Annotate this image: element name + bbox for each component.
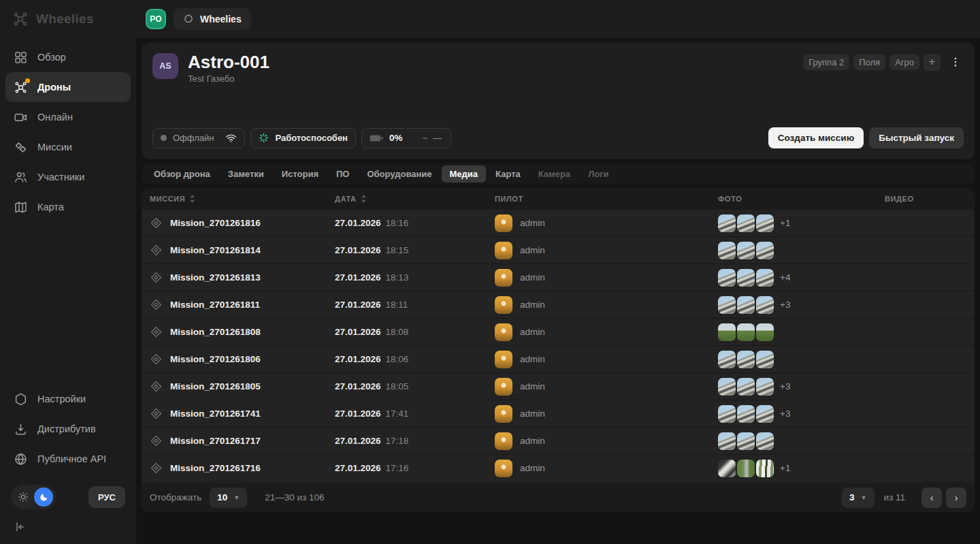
more-options-button[interactable]: ⋮: [947, 53, 964, 71]
tab-equipment[interactable]: Оборудование: [359, 165, 440, 182]
photo-thumbnail[interactable]: [737, 432, 755, 450]
photo-thumbnails: [718, 296, 774, 314]
photo-thumbnail[interactable]: [737, 378, 755, 396]
mission-name: Mission_2701261808: [170, 327, 261, 337]
mission-date: 27.01.2026: [335, 463, 381, 473]
connection-status-chip: Оффлайн: [152, 128, 245, 148]
table-row[interactable]: Mission_2701261814 27.01.2026 18:15 admi…: [142, 237, 975, 264]
table-row[interactable]: Mission_2701261716 27.01.2026 17:16 admi…: [142, 455, 975, 482]
pilot-name: admin: [520, 381, 545, 391]
sidebar-item-label: Онлайн: [37, 112, 73, 123]
photo-thumbnail[interactable]: [737, 269, 755, 287]
language-button[interactable]: РУС: [88, 486, 125, 508]
table-row[interactable]: Mission_2701261805 27.01.2026 18:05 admi…: [142, 373, 975, 400]
photo-thumbnail[interactable]: [718, 460, 736, 477]
page-size-select[interactable]: 10 ▼: [210, 487, 247, 508]
tab-camera[interactable]: Камера: [530, 165, 578, 182]
photo-thumbnail[interactable]: [737, 323, 755, 341]
tab-drone-overview[interactable]: Обзор дрона: [146, 165, 218, 182]
photo-thumbnail[interactable]: [737, 351, 755, 368]
org-avatar-badge[interactable]: PO: [146, 9, 166, 29]
photo-thumbnail[interactable]: [737, 214, 755, 232]
org-icon: [183, 14, 194, 25]
photo-thumbnail[interactable]: [756, 269, 774, 287]
mission-name: Mission_2701261816: [170, 218, 261, 228]
quick-launch-button[interactable]: Быстрый запуск: [869, 127, 964, 148]
table-row[interactable]: Mission_2701261811 27.01.2026 18:11 admi…: [142, 291, 975, 319]
photo-thumbnail[interactable]: [756, 296, 774, 314]
photo-thumbnail[interactable]: [718, 323, 736, 341]
sidebar-item-distributive[interactable]: Дистрибутив: [5, 414, 131, 444]
sidebar-item-online[interactable]: Онлайн: [5, 102, 131, 132]
column-pilot: ПИЛОТ: [495, 195, 523, 203]
table-row[interactable]: Mission_2701261806 27.01.2026 18:06 admi…: [142, 346, 975, 373]
sidebar-item-missions[interactable]: Миссии: [5, 132, 131, 162]
page-number-select[interactable]: 3 ▼: [842, 487, 874, 508]
sidebar-item-settings[interactable]: Настройки: [5, 384, 131, 414]
drone-icon: [13, 80, 28, 95]
tab-software[interactable]: ПО: [328, 165, 357, 182]
photo-thumbnail[interactable]: [756, 323, 774, 341]
photo-thumbnail[interactable]: [718, 351, 736, 368]
photo-thumbnail[interactable]: [737, 405, 755, 423]
tab-notes[interactable]: Заметки: [220, 165, 272, 182]
photo-thumbnail[interactable]: [756, 242, 774, 259]
photo-thumbnail[interactable]: [756, 214, 774, 232]
sidebar-item-overview[interactable]: Обзор: [5, 42, 131, 72]
add-tag-button[interactable]: +: [924, 54, 941, 71]
sidebar-item-public-api[interactable]: Публичное API: [5, 444, 131, 474]
sort-icon[interactable]: [361, 195, 367, 203]
photo-thumbnails: [718, 214, 774, 232]
mission-name: Mission_2701261805: [170, 381, 261, 391]
table-footer: Отображать 10 ▼ 21—30 из 106 3 ▼ из 11 ‹…: [142, 482, 975, 512]
mission-time: 18:16: [386, 218, 409, 228]
photo-extra-count: +3: [780, 300, 790, 310]
create-mission-button[interactable]: Создать миссию: [768, 127, 864, 148]
theme-toggle[interactable]: [11, 485, 56, 509]
photo-thumbnail[interactable]: [718, 378, 736, 396]
photo-thumbnails: [718, 432, 774, 450]
sidebar-item-drones[interactable]: Дроны: [5, 72, 131, 102]
table-row[interactable]: Mission_2701261816 27.01.2026 18:16 admi…: [142, 210, 975, 237]
sidebar-main-group: Обзор Дроны Онлайн Миссии Участники Карт…: [0, 42, 136, 222]
org-switcher[interactable]: Wheelies: [174, 8, 251, 30]
tab-logs[interactable]: Логи: [580, 165, 617, 182]
drone-logo-icon: [12, 11, 29, 27]
tab-media[interactable]: Медиа: [442, 165, 487, 182]
photo-thumbnail[interactable]: [737, 460, 755, 477]
photo-thumbnail[interactable]: [718, 269, 736, 287]
next-page-button[interactable]: ›: [946, 487, 966, 508]
photo-thumbnail[interactable]: [718, 296, 736, 314]
photo-thumbnail[interactable]: [718, 432, 736, 450]
table-row[interactable]: Mission_2701261813 27.01.2026 18:13 admi…: [142, 264, 975, 291]
battery-extra: ~ —: [423, 133, 443, 143]
photo-thumbnail[interactable]: [756, 351, 774, 368]
photo-thumbnail[interactable]: [718, 214, 736, 232]
photo-thumbnail[interactable]: [756, 378, 774, 396]
photo-extra-count: +1: [780, 218, 790, 228]
table-row[interactable]: Mission_2701261808 27.01.2026 18:08 admi…: [142, 319, 975, 346]
photo-thumbnail[interactable]: [756, 432, 774, 450]
wifi-icon: [225, 133, 237, 143]
sort-icon[interactable]: [189, 195, 195, 203]
tab-history[interactable]: История: [274, 165, 327, 182]
photo-thumbnail[interactable]: [737, 296, 755, 314]
tab-map[interactable]: Карта: [487, 165, 529, 182]
dark-theme-button[interactable]: [34, 487, 53, 507]
mission-time: 18:08: [386, 327, 409, 337]
photo-thumbnail[interactable]: [756, 405, 774, 423]
photo-thumbnail[interactable]: [756, 460, 774, 477]
mission-icon: [150, 244, 163, 257]
health-status-label: Работоспособен: [275, 133, 347, 143]
sidebar-collapse-button[interactable]: [12, 519, 29, 537]
photo-thumbnail[interactable]: [737, 242, 755, 259]
table-row[interactable]: Mission_2701261717 27.01.2026 17:18 admi…: [142, 428, 975, 455]
table-row[interactable]: Mission_2701261741 27.01.2026 17:41 admi…: [142, 400, 975, 428]
previous-page-button[interactable]: ‹: [921, 487, 942, 508]
photo-thumbnail[interactable]: [718, 242, 736, 259]
sidebar-item-map[interactable]: Карта: [5, 192, 131, 222]
sidebar-item-members[interactable]: Участники: [5, 162, 131, 192]
mission-date: 27.01.2026: [335, 300, 381, 310]
photo-thumbnail[interactable]: [718, 405, 736, 423]
light-theme-button[interactable]: [14, 487, 33, 507]
